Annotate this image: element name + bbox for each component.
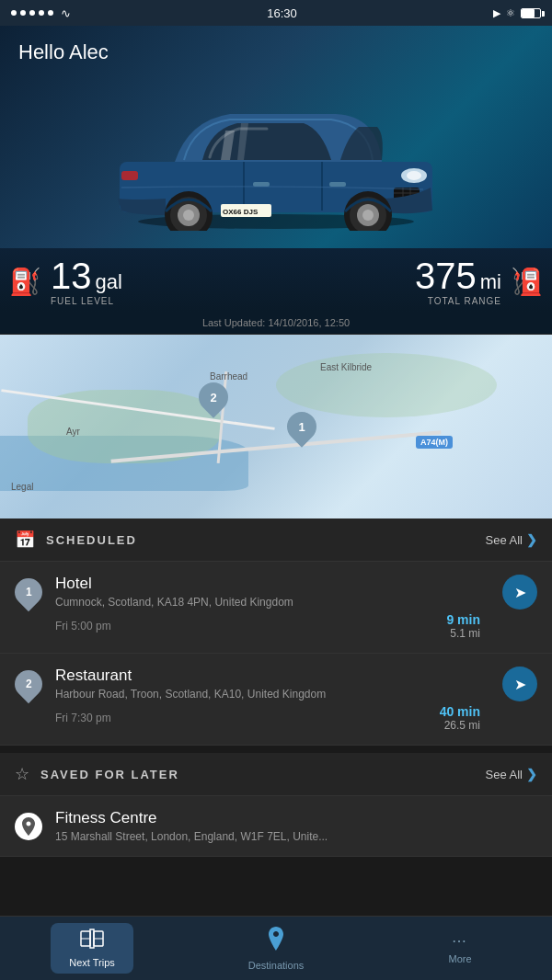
saved-title: SAVED FOR LATER [40, 768, 179, 781]
range-section: 375 mi TOTAL RANGE ⛽ [415, 257, 543, 306]
nav-item-destinations[interactable]: Destinations [184, 919, 368, 978]
trip-time-dist-1: 9 min 5.1 mi [446, 612, 480, 640]
trip-distance-1: 5.1 mi [446, 627, 480, 640]
status-indicators: ▶ ⚛ [493, 7, 541, 19]
scheduled-header: 📅 SCHEDULED See All ❯ [0, 518, 552, 562]
nav-label-destinations: Destinations [248, 960, 305, 971]
svg-text:OX66 DJS: OX66 DJS [223, 208, 259, 216]
scheduled-header-left: 📅 SCHEDULED [15, 530, 137, 550]
saved-header-left: ☆ SAVED FOR LATER [15, 764, 179, 784]
map-icon [80, 929, 104, 954]
saved-info-1: Fitness Centre 15 Marshall Street, Londo… [55, 809, 537, 843]
trip-info-2: Restaurant Harbour Road, Troon, Scotland… [55, 667, 480, 732]
range-unit: mi [480, 270, 501, 294]
fuel-icon-left: ⛽ [9, 267, 41, 297]
saved-pin-1 [15, 813, 42, 840]
bottom-nav-spacer [0, 857, 552, 921]
saved-address-1: 15 Marshall Street, London, England, W1F… [55, 830, 537, 843]
range-label: TOTAL RANGE [415, 296, 501, 306]
nav-item-next-trips[interactable]: Next Trips [0, 916, 184, 980]
fuel-level-unit: gal [96, 270, 122, 294]
trip-duration-1: 9 min [446, 612, 480, 627]
last-updated: Last Updated: 14/10/2016, 12:50 [0, 312, 552, 335]
trip-distance-2: 26.5 mi [440, 719, 480, 732]
range-text: 375 mi TOTAL RANGE [415, 257, 501, 306]
nav-arrow-2: ➤ [514, 676, 526, 693]
trip-time-row-2: Fri 7:30 pm 40 min 26.5 mi [55, 704, 480, 732]
signal-dot-4 [39, 10, 44, 16]
fuel-level-value: 13 [51, 257, 92, 294]
saved-header: ☆ SAVED FOR LATER See All ❯ [0, 753, 552, 796]
fuel-stats: ⛽ 13 gal FUEL LEVEL 375 mi TOTAL RANGE ⛽ [0, 248, 552, 312]
range-value: 375 [415, 257, 477, 294]
fuel-level-label: FUEL LEVEL [51, 296, 122, 306]
hero-greeting: Hello Alec [18, 40, 534, 64]
highway-badge: A74(M) [416, 436, 453, 449]
map-pin-2-label: 2 [210, 391, 216, 405]
trip-pin-1: 1 [9, 573, 48, 611]
scheduled-see-all[interactable]: See All ❯ [486, 532, 537, 547]
trip-name-1: Hotel [55, 575, 480, 593]
chevron-right-icon: ❯ [526, 532, 537, 547]
saved-chevron-right-icon: ❯ [526, 767, 537, 781]
svg-point-3 [407, 171, 421, 180]
saved-see-all[interactable]: See All ❯ [486, 767, 537, 781]
signal-dot-2 [20, 10, 26, 16]
trip-address-1: Cumnock, Scotland, KA18 4PN, United King… [55, 596, 480, 609]
hero-section: Hello Alec [0, 26, 552, 248]
signal-dot-5 [48, 10, 53, 16]
pin-nav-icon [267, 927, 285, 951]
svg-point-17 [362, 210, 374, 221]
signal-dot-3 [29, 10, 35, 16]
trip-time-2: Fri 7:30 pm [55, 712, 111, 724]
trip-pin-2-label: 2 [26, 678, 32, 690]
status-signal: ∿ [11, 6, 71, 20]
trip-nav-btn-1[interactable]: ➤ [502, 575, 537, 610]
saved-see-all-label: See All [486, 768, 523, 781]
map-label-ayr: Ayr [66, 427, 80, 437]
calendar-icon: 📅 [15, 530, 35, 550]
battery-fill [522, 9, 535, 17]
trip-duration-2: 40 min [440, 704, 480, 719]
map-land-2 [276, 353, 497, 417]
signal-dot-1 [11, 10, 17, 16]
map-nav-icon [80, 929, 104, 949]
car-container: OX66 DJS [18, 72, 534, 237]
trip-item-2[interactable]: 2 Restaurant Harbour Road, Troon, Scotla… [0, 654, 552, 746]
trip-time-1: Fri 5:00 pm [55, 620, 111, 632]
scheduled-title: SCHEDULED [46, 533, 137, 547]
map-label-barrhead: Barrhead [210, 371, 247, 382]
map-label-east-kilbride: East Kilbride [320, 362, 372, 372]
status-bar: ∿ 16:30 ▶ ⚛ [0, 0, 552, 26]
svg-rect-8 [329, 182, 346, 187]
trip-nav-btn-2[interactable]: ➤ [502, 667, 537, 701]
map-pin-1-label: 1 [298, 420, 305, 434]
fuel-icon-right: ⛽ [511, 267, 543, 297]
map-section[interactable]: Barrhead East Kilbride Ayr Legal A74(M) … [0, 335, 552, 518]
nav-label-more: More [448, 953, 471, 964]
trip-time-row-1: Fri 5:00 pm 9 min 5.1 mi [55, 612, 480, 640]
saved-name-1: Fitness Centre [55, 809, 537, 827]
svg-point-21 [183, 210, 194, 221]
saved-item-1[interactable]: Fitness Centre 15 Marshall Street, Londo… [0, 796, 552, 857]
svg-rect-4 [121, 171, 138, 180]
nav-active-background: Next Trips [51, 923, 133, 974]
destinations-icon [267, 927, 285, 956]
trip-pin-1-label: 1 [26, 586, 32, 598]
map-background: Barrhead East Kilbride Ayr Legal A74(M) … [0, 335, 552, 518]
location-pin-icon [21, 817, 36, 836]
star-icon: ☆ [15, 764, 29, 784]
bluetooth-icon: ⚛ [506, 7, 515, 19]
location-icon: ▶ [493, 7, 500, 19]
trip-time-dist-2: 40 min 26.5 mi [440, 704, 480, 732]
trip-address-2: Harbour Road, Troon, Scotland, KA10, Uni… [55, 688, 480, 701]
car-image: OX66 DJS [101, 79, 451, 231]
nav-arrow-1: ➤ [514, 584, 526, 601]
nav-item-more[interactable]: ⋯ More [368, 925, 552, 972]
trip-info-1: Hotel Cumnock, Scotland, KA18 4PN, Unite… [55, 575, 480, 640]
map-label-legal: Legal [11, 482, 33, 492]
see-all-label: See All [486, 533, 523, 547]
bottom-nav: Next Trips Destinations ⋯ More [0, 916, 552, 980]
trip-item-1[interactable]: 1 Hotel Cumnock, Scotland, KA18 4PN, Uni… [0, 562, 552, 654]
status-time: 16:30 [267, 6, 297, 20]
